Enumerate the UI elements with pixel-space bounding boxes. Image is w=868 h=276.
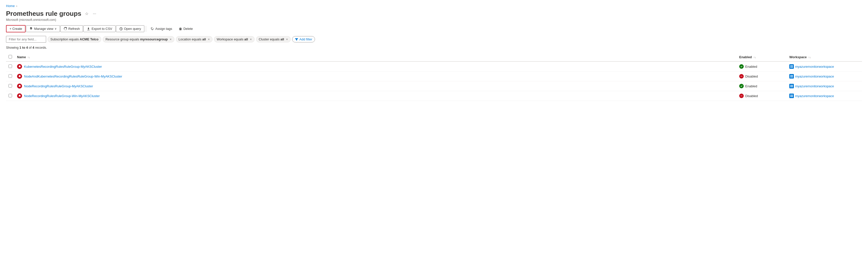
workspace-name: myazuremonitorworkspace xyxy=(795,94,834,98)
manage-view-button[interactable]: Manage view ∨ xyxy=(26,25,60,32)
rule-name-link[interactable]: KubernetesRecordingRulesRuleGroup-MyAKSC… xyxy=(24,65,102,68)
table-row: NodeAndKubernetesRecordingRulesRuleGroup… xyxy=(6,72,862,81)
rules-table: Name ↑↓ Enabled ↑↓ Workspace ↑↓ Kubernet… xyxy=(6,53,862,101)
workspace-name: myazuremonitorworkspace xyxy=(795,75,834,78)
row-enabled-cell: Enabled xyxy=(737,61,787,72)
svg-rect-3 xyxy=(790,67,792,68)
svg-rect-16 xyxy=(792,95,793,96)
workspace-sort-icon[interactable]: ↑↓ xyxy=(808,56,811,59)
row-workspace-cell: myazuremonitorworkspace xyxy=(787,72,862,81)
table-row: NodeRecordingRulesRuleGroup-Win-MyAKSClu… xyxy=(6,91,862,101)
table-header-row: Name ↑↓ Enabled ↑↓ Workspace ↑↓ xyxy=(6,53,862,61)
row-checkbox-1[interactable] xyxy=(8,74,12,78)
status-indicator xyxy=(739,74,744,79)
row-name-cell: NodeRecordingRulesRuleGroup-MyAKSCluster xyxy=(14,81,737,91)
svg-rect-6 xyxy=(790,75,792,76)
workspace-link[interactable]: myazuremonitorworkspace xyxy=(789,93,860,98)
filter-bar: Subscription equals ACME Telco Resource … xyxy=(6,36,862,43)
breadcrumb: Home › xyxy=(6,4,862,8)
query-icon xyxy=(119,27,123,31)
status-text: Disabled xyxy=(745,75,758,78)
status-text: Disabled xyxy=(745,94,758,98)
assign-tags-label: Assign tags xyxy=(155,27,172,31)
remove-workspace-filter[interactable]: × xyxy=(250,38,252,41)
add-filter-icon xyxy=(295,38,298,41)
svg-rect-4 xyxy=(792,67,793,68)
page-subtitle: Microsoft (microsoft.onmicrosoft.com) xyxy=(6,18,862,22)
manage-view-label: Manage view xyxy=(34,27,53,31)
svg-rect-13 xyxy=(792,86,793,87)
create-button[interactable]: + Create xyxy=(6,25,26,32)
table-row: NodeRecordingRulesRuleGroup-MyAKSCluster… xyxy=(6,81,862,91)
workspace-icon xyxy=(789,74,794,79)
filter-tag-cluster: Cluster equals all × xyxy=(256,36,291,43)
refresh-icon xyxy=(64,27,67,31)
open-query-button[interactable]: Open query xyxy=(116,25,144,32)
row-checkbox-cell xyxy=(6,72,14,81)
svg-rect-18 xyxy=(792,96,793,97)
export-csv-button[interactable]: Export to CSV xyxy=(84,25,115,32)
filter-tag-resource-group: Resource group equals myresourcegroup × xyxy=(103,36,175,43)
row-checkbox-cell xyxy=(6,91,14,101)
svg-rect-10 xyxy=(790,85,792,86)
more-options-button[interactable]: ··· xyxy=(92,11,97,17)
refresh-button[interactable]: Refresh xyxy=(60,25,83,32)
of-text: of xyxy=(28,46,32,49)
pin-button[interactable]: ☆ xyxy=(84,11,89,17)
row-enabled-cell: Enabled xyxy=(737,81,787,91)
svg-rect-11 xyxy=(792,85,793,86)
rule-icon xyxy=(17,84,22,89)
download-icon xyxy=(87,27,90,31)
remove-resource-group-filter[interactable]: × xyxy=(170,38,172,41)
select-all-checkbox[interactable] xyxy=(8,55,12,58)
filter-input[interactable] xyxy=(6,36,46,43)
status-indicator xyxy=(739,64,744,69)
row-enabled-cell: Disabled xyxy=(737,72,787,81)
page-title: Prometheus rule groups xyxy=(6,10,82,18)
svg-rect-12 xyxy=(790,86,792,87)
status-indicator xyxy=(739,84,744,88)
name-sort-icon[interactable]: ↑↓ xyxy=(28,56,30,59)
workspace-link[interactable]: myazuremonitorworkspace xyxy=(789,74,860,79)
rule-name-link[interactable]: NodeRecordingRulesRuleGroup-Win-MyAKSClu… xyxy=(24,94,100,98)
remove-location-filter[interactable]: × xyxy=(208,38,210,41)
assign-tags-button[interactable]: Assign tags xyxy=(148,26,175,32)
svg-rect-15 xyxy=(790,95,792,96)
status-text: Enabled xyxy=(745,65,757,68)
rule-name-link[interactable]: NodeAndKubernetesRecordingRulesRuleGroup… xyxy=(24,75,122,78)
row-name-cell: NodeAndKubernetesRecordingRulesRuleGroup… xyxy=(14,72,737,81)
remove-cluster-filter[interactable]: × xyxy=(286,38,288,41)
row-checkbox-2[interactable] xyxy=(8,84,12,88)
select-all-header xyxy=(6,53,14,61)
export-csv-label: Export to CSV xyxy=(91,27,112,31)
showing-prefix: Showing xyxy=(6,46,19,49)
rule-name-link[interactable]: NodeRecordingRulesRuleGroup-MyAKSCluster xyxy=(24,84,93,88)
workspace-link[interactable]: myazuremonitorworkspace xyxy=(789,64,860,69)
delete-button[interactable]: Delete xyxy=(176,26,196,32)
breadcrumb-home[interactable]: Home xyxy=(6,4,15,8)
svg-rect-2 xyxy=(792,65,793,66)
tag-icon xyxy=(151,27,154,31)
row-checkbox-0[interactable] xyxy=(8,64,12,68)
status-text: Enabled xyxy=(745,84,757,88)
filter-tag-location: Location equals all × xyxy=(176,36,213,43)
svg-rect-1 xyxy=(790,65,792,66)
records-info: Showing 1 to 4 of 4 records. xyxy=(6,46,862,49)
table-row: KubernetesRecordingRulesRuleGroup-MyAKSC… xyxy=(6,61,862,72)
row-workspace-cell: myazuremonitorworkspace xyxy=(787,61,862,72)
chevron-down-icon: ∨ xyxy=(55,27,57,30)
row-workspace-cell: myazuremonitorworkspace xyxy=(787,91,862,101)
open-query-label: Open query xyxy=(124,27,141,31)
svg-rect-5 xyxy=(740,76,742,76)
row-workspace-cell: myazuremonitorworkspace xyxy=(787,81,862,91)
svg-rect-14 xyxy=(740,95,742,96)
enabled-sort-icon[interactable]: ↑↓ xyxy=(753,56,756,59)
add-filter-label: Add filter xyxy=(300,37,312,41)
add-filter-button[interactable]: Add filter xyxy=(292,36,315,43)
workspace-link[interactable]: myazuremonitorworkspace xyxy=(789,84,860,88)
workspace-column-header: Workspace ↑↓ xyxy=(787,53,862,61)
toolbar: + Create Manage view ∨ Refresh Export to… xyxy=(6,25,862,32)
status-indicator xyxy=(739,93,744,98)
row-checkbox-3[interactable] xyxy=(8,94,12,98)
row-checkbox-cell xyxy=(6,81,14,91)
